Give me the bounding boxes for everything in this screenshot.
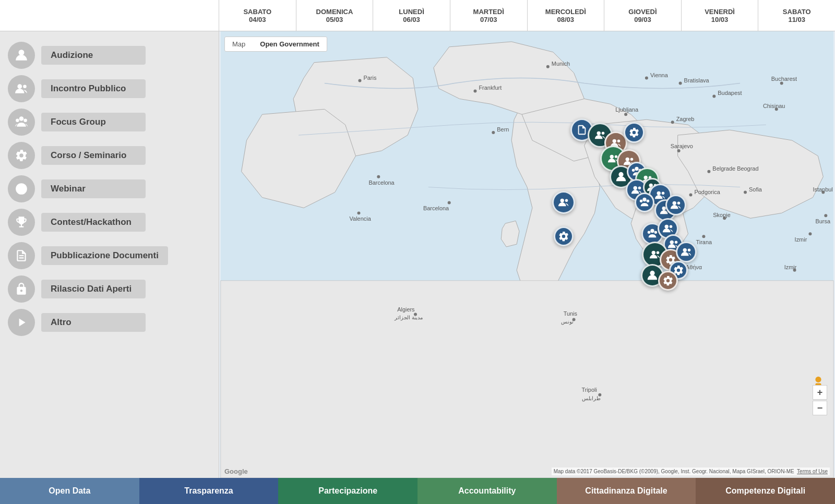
svg-text:Munich: Munich (552, 61, 570, 67)
svg-point-7 (19, 187, 20, 188)
svg-point-8 (22, 187, 24, 188)
svg-point-31 (448, 201, 451, 204)
sidebar-item-label: Focus Group (41, 113, 146, 131)
svg-text:Ljubljana: Ljubljana (615, 106, 639, 113)
svg-point-101 (640, 200, 643, 203)
svg-point-82 (613, 139, 616, 143)
svg-point-113 (670, 225, 673, 229)
footer-item-partecipazione[interactable]: Partecipazione (278, 478, 418, 504)
sidebar-spacer (0, 0, 219, 31)
main-content: Audizione Incontro Pubblico Focus Group … (0, 31, 835, 478)
footer-item-cittadinanza-digitale[interactable]: Cittadinanza Digitale (557, 478, 696, 504)
sidebar-item-label: Corso / Seminario (41, 146, 146, 165)
map-pin-12[interactable] (635, 193, 654, 212)
svg-text:Sarajevo: Sarajevo (671, 143, 693, 149)
svg-text:Vienna: Vienna (650, 72, 669, 78)
svg-text:Budapest: Budapest (718, 90, 742, 96)
svg-text:Barcelona: Barcelona (423, 205, 449, 211)
svg-point-41 (671, 121, 674, 124)
header-day-07-03: MARTEDÌ07/03 (450, 0, 528, 31)
sidebar-item-audizione[interactable]: Audizione (8, 42, 211, 69)
svg-point-120 (650, 271, 654, 275)
header-day-10-03: VENERDÌ10/03 (682, 0, 759, 31)
zoom-out-button[interactable]: − (813, 401, 827, 415)
svg-text:Bursa: Bursa (815, 218, 830, 224)
svg-point-39 (624, 113, 627, 116)
map-pin-14[interactable] (665, 195, 686, 215)
svg-point-3 (19, 116, 24, 121)
svg-text:Bratislava: Bratislava (684, 77, 710, 83)
footer-item-trasparenza[interactable]: Trasparenza (139, 478, 279, 504)
svg-text:Tripoli: Tripoli (582, 387, 597, 393)
map-pin-15[interactable] (552, 191, 575, 214)
svg-point-61 (808, 232, 812, 235)
svg-text:Tirana: Tirana (696, 239, 712, 245)
svg-point-27 (377, 175, 380, 178)
header-day-05-03: DOMENICA05/03 (296, 0, 374, 31)
svg-text:Barcelona: Barcelona (368, 179, 395, 186)
svg-point-105 (673, 201, 676, 205)
svg-text:Zagreb: Zagreb (676, 116, 695, 122)
sidebar: Audizione Incontro Pubblico Focus Group … (0, 31, 219, 478)
svg-text:مدينة الجزائر: مدينة الجزائر (394, 315, 423, 321)
svg-text:Paris: Paris (363, 75, 376, 81)
terms-of-use[interactable]: Terms of Use (797, 469, 828, 474)
zoom-controls[interactable]: + − (813, 385, 827, 415)
group2-icon (8, 109, 35, 136)
svg-point-47 (780, 82, 783, 85)
trophy-icon (8, 209, 35, 236)
header-day-06-03: LUNEDÌ06/03 (373, 0, 450, 31)
svg-point-45 (707, 170, 710, 173)
svg-point-81 (602, 132, 605, 135)
map-pin-16[interactable] (554, 226, 574, 246)
svg-point-118 (683, 248, 687, 252)
svg-point-78 (492, 131, 495, 134)
svg-point-90 (632, 169, 635, 172)
footer-item-competenze-digitali[interactable]: Competenze Digitali (696, 478, 835, 504)
sidebar-item-webinar[interactable]: Webinar (8, 175, 211, 202)
lock-icon (8, 275, 35, 303)
sidebar-item-focus-group[interactable]: Focus Group (8, 109, 211, 136)
sidebar-item-label: Pubblicazione Documenti (41, 246, 168, 265)
map-pin-25[interactable] (658, 271, 678, 291)
tab-open-government[interactable]: Open Government (253, 37, 326, 51)
document-icon (8, 242, 35, 269)
sidebar-item-contest-hackathon[interactable]: Contest/Hackathon (8, 209, 211, 236)
svg-point-43 (677, 149, 681, 152)
map-pin-22[interactable] (676, 242, 697, 262)
gear-icon (8, 142, 35, 169)
svg-point-115 (675, 241, 678, 244)
group-icon (8, 75, 35, 102)
footer: Open DataTrasparenzaPartecipazioneAccoun… (0, 478, 835, 504)
svg-point-49 (744, 191, 747, 194)
svg-point-110 (648, 231, 651, 234)
sidebar-item-altro[interactable]: Altro (8, 309, 211, 336)
svg-point-29 (357, 211, 361, 214)
sidebar-item-pubblicazione-documenti[interactable]: Pubblicazione Documenti (8, 242, 211, 269)
svg-point-114 (670, 241, 674, 244)
svg-text:Tunis: Tunis (564, 310, 578, 317)
footer-item-open-data[interactable]: Open Data (0, 478, 139, 504)
svg-point-2 (23, 85, 27, 88)
svg-point-23 (473, 89, 476, 92)
svg-text:Podgorica: Podgorica (695, 189, 721, 195)
svg-text:Izmir: Izmir (784, 264, 797, 270)
svg-marker-20 (221, 281, 834, 478)
map-background: Paris Frankfurt Munich Barcelona Valenci… (219, 31, 835, 478)
tab-map[interactable]: Map (225, 37, 253, 51)
header-day-11-03: SABATO11/03 (758, 0, 835, 31)
sidebar-item-incontro-pubblico[interactable]: Incontro Pubblico (8, 75, 211, 102)
svg-point-102 (647, 200, 650, 203)
map-pin-3[interactable] (624, 122, 645, 143)
map-tabs[interactable]: Map Open Government (224, 37, 327, 52)
svg-text:Istanbul: Istanbul (813, 186, 832, 193)
svg-point-108 (565, 199, 568, 202)
svg-point-117 (657, 251, 660, 255)
zoom-in-button[interactable]: + (813, 385, 827, 400)
svg-point-98 (657, 191, 661, 195)
sidebar-item-corso-seminario[interactable]: Corso / Seminario (8, 142, 211, 169)
footer-item-accountability[interactable]: Accountability (418, 478, 557, 504)
svg-text:طرابلس: طرابلس (582, 395, 601, 402)
svg-point-109 (650, 229, 654, 233)
sidebar-item-rilascio-dati-aperti[interactable]: Rilascio Dati Aperti (8, 275, 211, 303)
